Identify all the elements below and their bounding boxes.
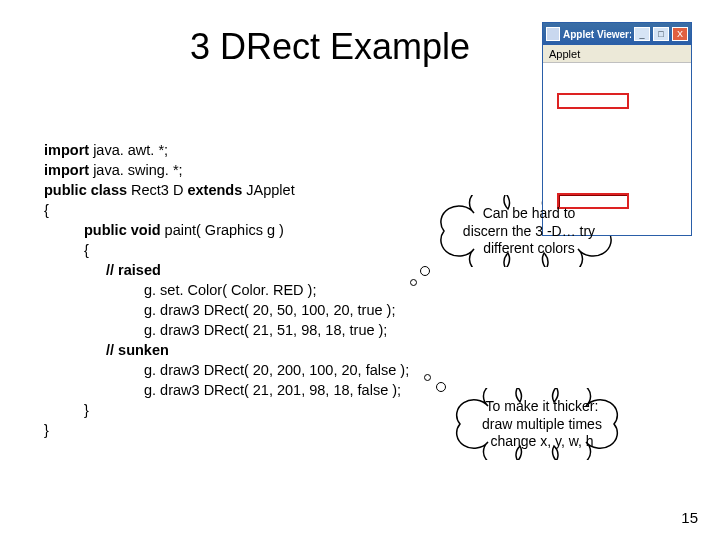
code-comment: // sunken [44,340,409,360]
code-line: g. set. Color( Color. RED ); [44,280,409,300]
code-line: g. draw3 DRect( 20, 200, 100, 20, false … [44,360,409,380]
bubble1-line3: different colors [434,240,624,258]
code-line: public class Rect3 D extends JApplet [44,180,409,200]
code-text: JApplet [242,182,294,198]
code-line: { [44,200,409,220]
keyword: import [44,162,89,178]
minimize-button[interactable]: _ [634,27,650,41]
code-line: g. draw3 DRect( 21, 51, 98, 18, true ); [44,320,409,340]
code-text: Rect3 D [131,182,187,198]
close-button[interactable]: X [672,27,688,41]
bubble1-line1: Can be hard to [434,205,624,223]
bubble2-line1: To make it thicker: [452,398,632,416]
code-line: public void paint( Graphics g ) [44,220,409,240]
thought-dot-icon [410,279,417,286]
bubble2-line2: draw multiple times [452,416,632,434]
keyword: import [44,142,89,158]
code-comment: // raised [44,260,409,280]
applet-window-title: Applet Viewer: … [563,29,631,40]
code-listing: import java. awt. *; import java. swing.… [44,140,409,440]
code-line: import java. awt. *; [44,140,409,160]
code-line: g. draw3 DRect( 20, 50, 100, 20, true ); [44,300,409,320]
page-number: 15 [681,509,698,526]
keyword: extends [187,182,242,198]
thought-dot-icon [436,382,446,392]
maximize-button[interactable]: □ [653,27,669,41]
bubble1-line2: discern the 3 -D… try [434,223,624,241]
code-line: } [44,420,409,440]
callout-bubble-1: Can be hard to discern the 3 -D… try dif… [424,195,634,268]
code-line: g. draw3 DRect( 21, 201, 98, 18, false )… [44,380,409,400]
bubble2-line3: change x, y, w, h [452,433,632,451]
code-text: java. swing. *; [89,162,183,178]
raised-rect [557,93,629,109]
applet-menu[interactable]: Applet [543,45,691,63]
keyword: public class [44,182,131,198]
callout-bubble-2: To make it thicker: draw multiple times … [442,388,642,461]
applet-titlebar: Applet Viewer: … _ □ X [543,23,691,45]
keyword: public void [84,222,165,238]
thought-dot-icon [424,374,431,381]
java-icon [546,27,560,41]
code-text: java. awt. *; [89,142,168,158]
code-line: } [44,400,409,420]
thought-dot-icon [420,266,430,276]
code-line: import java. swing. *; [44,160,409,180]
code-text: paint( Graphics g ) [165,222,284,238]
code-line: { [44,240,409,260]
